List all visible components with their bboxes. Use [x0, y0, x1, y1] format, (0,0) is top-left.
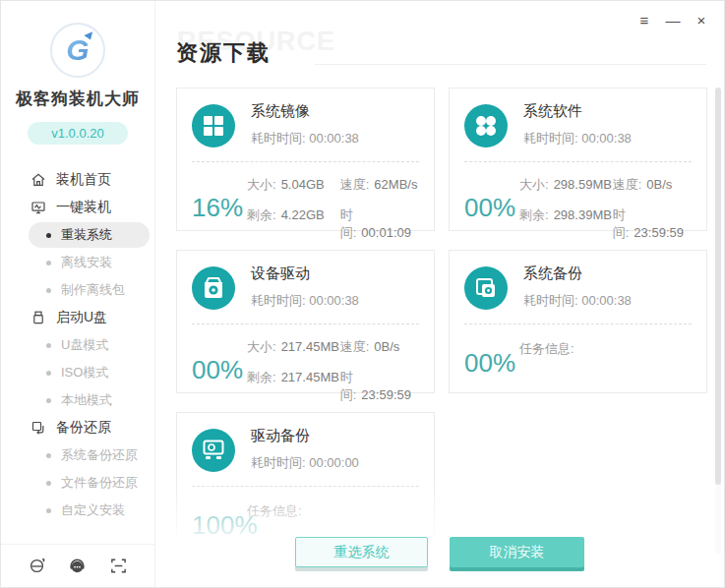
sidebar-item-home[interactable]: 装机首页 — [1, 166, 154, 194]
cancel-install-button[interactable]: 取消安装 — [450, 537, 584, 567]
sidebar-footer — [1, 544, 154, 587]
window-controls: ≡ — × — [634, 10, 711, 29]
bullet-icon — [46, 343, 51, 348]
card-device-driver: 设备驱动 耗时时间: 00:00:38 00% 大小:217.45MB 速度:0… — [176, 250, 435, 393]
sidebar-item-label: 装机首页 — [56, 171, 111, 189]
sidebar-item-reinstall-system[interactable]: 重装系统 — [1, 221, 154, 249]
main-content: ≡ — × RESOURCE 资源下载 系统镜像 耗时时间: 00:00:38 — [155, 1, 724, 587]
task-info-label: 任务信息: — [519, 336, 692, 379]
close-icon[interactable]: × — [692, 10, 711, 29]
sidebar-item-label: U盘模式 — [61, 336, 108, 354]
sidebar-item-label: 系统备份还原 — [61, 446, 138, 464]
restore-icon — [30, 420, 46, 436]
elapsed-time: 耗时时间: 00:00:00 — [251, 454, 359, 472]
card-system-image: 系统镜像 耗时时间: 00:00:38 16% 大小:5.04GB 速度:62M… — [176, 88, 435, 231]
bullet-icon — [46, 398, 51, 403]
card-title: 系统软件 — [523, 102, 632, 121]
reselect-system-button[interactable]: 重选系统 — [295, 537, 428, 567]
elapsed-time: 耗时时间: 00:00:38 — [251, 130, 359, 147]
card-system-software: 系统软件 耗时时间: 00:00:38 00% 大小:298.59MB 速度:0… — [449, 88, 707, 231]
sidebar-item-local-mode[interactable]: 本地模式 — [1, 386, 154, 414]
apps-icon — [464, 104, 508, 147]
card-stats: 大小:217.45MB 速度:0B/s 剩余:217.45MB 时间:23:59… — [247, 336, 419, 404]
card-title: 系统镜像 — [251, 102, 359, 121]
scan-icon[interactable] — [109, 557, 128, 575]
dashed-divider — [464, 161, 692, 162]
card-system-backup: 系统备份 耗时时间: 00:00:38 00% 任务信息: — [449, 250, 707, 393]
sidebar-item-label: 本地模式 — [61, 391, 112, 409]
ie-browser-icon[interactable] — [28, 557, 46, 575]
sidebar-item-backup-restore[interactable]: 备份还原 — [1, 414, 154, 441]
sidebar-item-label: 自定义安装 — [61, 501, 125, 519]
sidebar-nav: 装机首页 一键装机 重装系统 离线安装 制作离线包 启动U盘 U盘模式 — [1, 166, 154, 524]
app-name: 极客狗装机大师 — [1, 88, 154, 110]
dashed-divider — [192, 161, 419, 162]
sidebar-item-make-offline-pack[interactable]: 制作离线包 — [1, 276, 154, 304]
bullet-icon — [46, 453, 51, 458]
progress-percent: 00% — [464, 193, 519, 223]
sidebar-item-label: ISO模式 — [61, 364, 108, 382]
scrollbar-track[interactable] — [715, 88, 721, 554]
card-title: 设备驱动 — [251, 265, 359, 283]
sidebar-item-label: 启动U盘 — [56, 309, 107, 326]
app-logo: G — [50, 23, 105, 78]
home-icon — [30, 172, 46, 188]
download-cards: 系统镜像 耗时时间: 00:00:38 16% 大小:5.04GB 速度:62M… — [176, 88, 707, 556]
geekdog-logo-icon: G — [66, 33, 89, 67]
usb-drive-icon — [30, 310, 46, 325]
bullet-icon — [46, 288, 51, 293]
menu-icon[interactable]: ≡ — [634, 10, 654, 29]
card-stats: 大小:5.04GB 速度:62MB/s 剩余:4.22GB 时间:00:01:0… — [247, 174, 419, 242]
sidebar-item-label: 重装系统 — [61, 226, 112, 244]
elapsed-time: 耗时时间: 00:00:38 — [523, 292, 632, 310]
action-buttons: 重选系统 取消安装 — [155, 537, 724, 567]
sidebar-item-label: 制作离线包 — [61, 281, 125, 299]
sidebar-item-custom-install[interactable]: 自定义安装 — [1, 497, 154, 524]
drive-backup-icon — [192, 429, 235, 472]
sidebar-item-usb-mode[interactable]: U盘模式 — [1, 331, 154, 359]
elapsed-time: 耗时时间: 00:00:38 — [251, 292, 359, 310]
support-headset-icon[interactable] — [68, 557, 87, 575]
card-title: 系统备份 — [523, 265, 632, 283]
system-backup-icon — [464, 266, 508, 310]
progress-percent: 00% — [192, 355, 247, 385]
progress-percent: 16% — [192, 193, 247, 223]
elapsed-time: 耗时时间: 00:00:38 — [523, 130, 632, 147]
dashed-divider — [464, 323, 692, 324]
sidebar-item-one-key-install[interactable]: 一键装机 — [1, 194, 154, 221]
card-driver-backup: 驱动备份 耗时时间: 00:00:00 100% 任务信息: — [176, 412, 435, 556]
card-stats: 大小:298.59MB 速度:0B/s 剩余:298.39MB 时间:23:59… — [519, 174, 692, 242]
sidebar-item-file-backup-restore[interactable]: 文件备份还原 — [1, 469, 154, 497]
dashed-divider — [192, 323, 419, 324]
sidebar-item-offline-install[interactable]: 离线安装 — [1, 249, 154, 276]
bullet-icon — [46, 261, 51, 265]
sidebar-item-label: 离线安装 — [61, 254, 112, 271]
sidebar-item-label: 文件备份还原 — [61, 474, 138, 492]
page-title: 资源下载 — [176, 38, 271, 68]
version-badge: v1.0.0.20 — [28, 122, 128, 145]
device-driver-icon — [192, 266, 235, 310]
bullet-icon — [46, 508, 51, 513]
page-header: RESOURCE 资源下载 — [176, 38, 706, 72]
dashed-divider — [192, 486, 419, 487]
sidebar-item-boot-usb[interactable]: 启动U盘 — [1, 304, 154, 331]
sidebar-item-label: 备份还原 — [56, 419, 111, 437]
sidebar-item-system-backup-restore[interactable]: 系统备份还原 — [1, 441, 154, 469]
bullet-icon — [46, 371, 51, 376]
progress-percent: 00% — [464, 348, 519, 379]
sidebar: G 极客狗装机大师 v1.0.0.20 装机首页 一键装机 重装系统 离线安装 … — [1, 1, 155, 587]
title-divider — [315, 64, 706, 65]
scrollbar-thumb[interactable] — [715, 88, 721, 485]
minimize-icon[interactable]: — — [663, 10, 683, 29]
monitor-icon — [30, 200, 46, 215]
sidebar-item-iso-mode[interactable]: ISO模式 — [1, 359, 154, 386]
windows-logo-icon — [192, 104, 235, 147]
sidebar-item-label: 一键装机 — [56, 199, 111, 216]
task-info-label: 任务信息: — [247, 499, 419, 541]
card-title: 驱动备份 — [251, 427, 359, 445]
bullet-icon — [46, 481, 51, 486]
bullet-icon — [46, 233, 51, 238]
